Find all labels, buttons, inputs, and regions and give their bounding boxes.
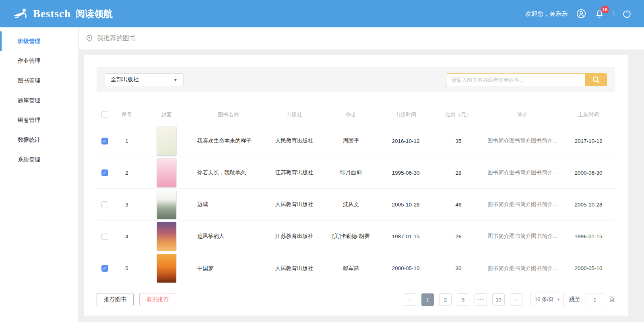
sidebar-item[interactable]: 系统管理 (0, 150, 78, 169)
jump-to-label: 跳至 (569, 296, 580, 303)
action-buttons: 推荐图书 取消推荐 (97, 293, 176, 306)
content: 全部出版社 ▼ (79, 50, 644, 322)
cell-shelf-date: 2000-05-10 (562, 265, 615, 271)
cell-price: 28 (434, 170, 483, 176)
table-body: ✓ 1 我喜欢生命本来的样子 人民教育出版社 周国平 2016-10-12 35… (97, 125, 615, 284)
brand: Bestsch 阅读领航 (14, 8, 113, 20)
publisher-select[interactable]: 全部出版社 ▼ (105, 73, 184, 86)
cell-price: 26 (434, 233, 483, 239)
avatar-icon[interactable] (576, 9, 586, 19)
cell-publisher: 人民教育出版社 (264, 201, 324, 208)
cell-index: 3 (113, 202, 141, 208)
cell-shelf-date: 1996-01-15 (562, 233, 615, 239)
sidebar-item-label: 组卷管理 (18, 117, 40, 124)
row-checkbox[interactable]: ✓ (101, 233, 108, 240)
sidebar-item[interactable]: 作业管理 (0, 51, 78, 71)
logout-power-icon[interactable] (622, 9, 632, 19)
header-divider (613, 10, 613, 17)
cell-index: 1 (113, 138, 141, 144)
next-page-button[interactable]: › (510, 293, 522, 306)
cell-pub-date: 2016-10-12 (378, 138, 434, 144)
cell-author: 郄军席 (324, 265, 378, 272)
col-header-title: 图书名称 (192, 111, 264, 118)
prev-page-button[interactable]: ‹ (404, 293, 416, 306)
cell-price: 30 (434, 265, 483, 271)
col-header-pub-date: 出版时间 (378, 111, 434, 118)
table-footer: 推荐图书 取消推荐 ‹ 123•••10 › 10 条/页 ▼ 跳至 页 (97, 293, 615, 306)
welcome-text: 欢迎您，吴乐乐 (525, 10, 568, 18)
content-card: 全部出版社 ▼ (84, 55, 628, 316)
cell-publisher: 人民教育出版社 (264, 137, 324, 144)
cell-shelf-date: 2005-10-28 (562, 202, 615, 208)
search-button[interactable] (585, 73, 607, 86)
cell-price: 35 (434, 138, 483, 144)
cell-title: 中国梦 (192, 265, 264, 272)
page-unit-label: 页 (609, 296, 615, 303)
sidebar-item[interactable]: 图书管理 (0, 71, 78, 91)
caret-down-icon: ▼ (173, 78, 178, 82)
sidebar-item-label: 图书管理 (18, 77, 40, 85)
cell-pub-date: 2000-05-10 (378, 265, 434, 271)
recommend-books-button[interactable]: 推荐图书 (97, 293, 134, 306)
cell-pub-date: 1995-06-30 (378, 170, 434, 176)
cell-index: 2 (113, 170, 141, 176)
page-number-button[interactable]: 10 (492, 293, 505, 306)
sidebar-item[interactable]: 题库管理 (0, 91, 78, 110)
caret-down-icon: ▼ (557, 297, 560, 301)
page-size-select[interactable]: 10 条/页 ▼ (530, 293, 564, 306)
table-row: ✓ 3 边城 人民教育出版社 沈从文 2005-10-28 46 图书简介图书简… (97, 189, 615, 221)
filter-bar: 全部出版社 ▼ (97, 67, 615, 92)
page-title: 我推荐的图书 (97, 34, 136, 43)
jump-page-input[interactable] (586, 293, 604, 306)
row-checkbox[interactable]: ✓ (101, 265, 108, 272)
page-number-button[interactable]: 3 (457, 293, 469, 306)
sidebar-item-label: 题库管理 (18, 97, 40, 104)
brand-runner-icon (14, 8, 29, 20)
pagination: ‹ 123•••10 › 10 条/页 ▼ 跳至 页 (404, 293, 615, 306)
book-cover-image (157, 127, 176, 155)
notifications-bell[interactable]: 10 (595, 9, 604, 19)
table-row: ✓ 5 中国梦 人民教育出版社 郄军席 2000-05-10 30 图书简介图书… (97, 252, 615, 284)
page-buttons: 123•••10 (421, 293, 505, 306)
sidebar-item[interactable]: 组卷管理 (0, 110, 78, 130)
page-number-button[interactable]: 1 (421, 293, 434, 306)
cell-author: 绯月西斜 (324, 169, 378, 176)
search-bar (446, 73, 607, 86)
table-row: ✓ 4 追风筝的人 江苏教育出版社 [美]卡勒德·胡赛 1987-01-15 2… (97, 221, 615, 252)
cell-cover (141, 127, 192, 155)
table-header-row: 序号 封面 图书名称 出版社 作者 出版时间 定价（元） 简介 上架时间 (97, 104, 615, 125)
book-cover-image (157, 254, 176, 283)
table-row: ✓ 1 我喜欢生命本来的样子 人民教育出版社 周国平 2016-10-12 35… (97, 125, 615, 157)
location-pin-icon (85, 34, 93, 43)
cell-price: 46 (434, 202, 483, 208)
select-all-checkbox[interactable] (101, 111, 108, 118)
notification-badge: 10 (601, 6, 609, 13)
cell-pub-date: 2005-10-28 (378, 202, 434, 208)
page-number-button[interactable]: ••• (475, 293, 487, 306)
books-table: 序号 封面 图书名称 出版社 作者 出版时间 定价（元） 简介 上架时间 ✓ 1… (97, 104, 615, 284)
page-number-button[interactable]: 2 (439, 293, 452, 306)
sidebar-item[interactable]: 数据统计 (0, 130, 78, 150)
cell-intro: 图书简介图书简介图书简介... (483, 137, 562, 144)
col-header-index: 序号 (113, 111, 141, 118)
book-cover-image (157, 190, 176, 219)
sidebar-item-label: 班级管理 (18, 38, 40, 45)
cell-pub-date: 1987-01-15 (378, 233, 434, 239)
sidebar-item[interactable]: 班级管理 (0, 31, 78, 51)
row-checkbox[interactable]: ✓ (101, 138, 108, 144)
cancel-recommend-button[interactable]: 取消推荐 (139, 293, 176, 306)
cell-author: 沈从文 (324, 201, 378, 208)
col-header-cover: 封面 (141, 111, 192, 118)
row-checkbox[interactable]: ✓ (101, 169, 108, 176)
cell-title: 我喜欢生命本来的样子 (192, 137, 264, 144)
book-cover-image (157, 222, 176, 251)
col-header-price: 定价（元） (434, 111, 483, 118)
cell-publisher: 人民教育出版社 (264, 265, 324, 272)
page-size-value: 10 条/页 (535, 296, 554, 303)
main-area: 我推荐的图书 全部出版社 ▼ (79, 27, 644, 322)
search-input[interactable] (446, 73, 585, 86)
cell-shelf-date: 2000-06-30 (562, 170, 615, 176)
cell-publisher: 江苏教育出版社 (264, 233, 324, 240)
cell-cover (141, 222, 192, 251)
row-checkbox[interactable]: ✓ (101, 201, 108, 208)
